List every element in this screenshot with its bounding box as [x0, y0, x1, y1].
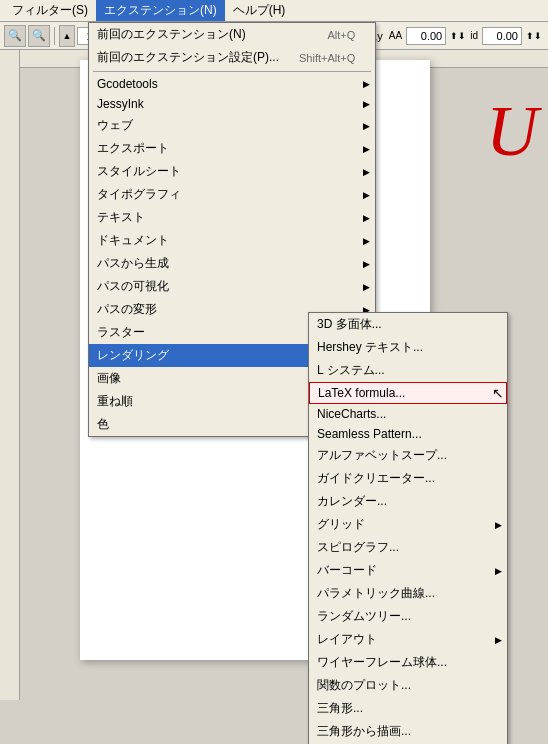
- menu-item-function-plot[interactable]: 関数のプロット...: [309, 674, 507, 697]
- menu-item-gcodetools[interactable]: Gcodetools: [89, 74, 375, 94]
- canvas-letter-u: U: [486, 90, 538, 173]
- menu-item-stylesheet[interactable]: スタイルシート: [89, 160, 375, 183]
- y-coord-input[interactable]: 0.00: [482, 27, 522, 45]
- x-coord-input[interactable]: 0.00: [406, 27, 446, 45]
- menu-item-calendar[interactable]: カレンダー...: [309, 490, 507, 513]
- sep1: [93, 71, 371, 72]
- menu-item-text[interactable]: テキスト: [89, 206, 375, 229]
- ruler-vertical: [0, 50, 20, 700]
- menu-item-export[interactable]: エクスポート: [89, 137, 375, 160]
- menu-filters[interactable]: フィルター(S): [4, 0, 96, 21]
- menu-item-triangle[interactable]: 三角形...: [309, 697, 507, 720]
- menu-item-prev-ext[interactable]: 前回のエクステンション(N) Alt+Q: [89, 23, 375, 46]
- menu-item-wireframe-sphere[interactable]: ワイヤーフレーム球体...: [309, 651, 507, 674]
- spin-arrows-x[interactable]: ⬆⬇: [450, 31, 466, 41]
- tool-btn1[interactable]: ▲: [59, 25, 75, 47]
- menu-item-triangle-draw[interactable]: 三角形から描画...: [309, 720, 507, 743]
- menu-item-prev-ext-settings[interactable]: 前回のエクステンション設定(P)... Shift+Alt+Q: [89, 46, 375, 69]
- aa-label: AA: [389, 30, 402, 41]
- zoom-in-btn[interactable]: 🔍: [4, 25, 26, 47]
- zoom-out-btn[interactable]: 🔍: [28, 25, 50, 47]
- menu-item-guide-creator[interactable]: ガイドクリエーター...: [309, 467, 507, 490]
- menu-item-document[interactable]: ドキュメント: [89, 229, 375, 252]
- menu-item-3d-polyhedron[interactable]: 3D 多面体...: [309, 313, 507, 336]
- menubar: フィルター(S) エクステンション(N) ヘルプ(H): [0, 0, 548, 22]
- menu-item-grid[interactable]: グリッド: [309, 513, 507, 536]
- menu-item-barcode[interactable]: バーコード: [309, 559, 507, 582]
- menu-item-path-visible[interactable]: パスの可視化: [89, 275, 375, 298]
- id-label: id: [470, 30, 478, 41]
- menu-item-layout[interactable]: レイアウト: [309, 628, 507, 651]
- spin-arrows-y[interactable]: ⬆⬇: [526, 31, 542, 41]
- menu-item-nice-charts[interactable]: NiceCharts...: [309, 404, 507, 424]
- menu-item-spirograph[interactable]: スピログラフ...: [309, 536, 507, 559]
- menu-item-from-path[interactable]: パスから生成: [89, 252, 375, 275]
- menu-extensions[interactable]: エクステンション(N): [96, 0, 225, 21]
- menu-help[interactable]: ヘルプ(H): [225, 0, 294, 21]
- menu-item-seamless-pattern[interactable]: Seamless Pattern...: [309, 424, 507, 444]
- menu-item-typography[interactable]: タイポグラフィ: [89, 183, 375, 206]
- menu-item-latex-formula[interactable]: LaTeX formula... ↖: [309, 382, 507, 404]
- menu-item-hershey-text[interactable]: Hershey テキスト...: [309, 336, 507, 359]
- menu-item-l-system[interactable]: L システム...: [309, 359, 507, 382]
- menu-item-alphabet-soup[interactable]: アルファベットスープ...: [309, 444, 507, 467]
- menu-item-random-tree[interactable]: ランダムツリー...: [309, 605, 507, 628]
- menu-item-parametric-curves[interactable]: パラメトリック曲線...: [309, 582, 507, 605]
- cursor-icon: ↖: [492, 385, 504, 401]
- menu-item-web[interactable]: ウェブ: [89, 114, 375, 137]
- rendering-submenu: 3D 多面体... Hershey テキスト... L システム... LaTe…: [308, 312, 508, 744]
- menu-item-jessyink[interactable]: JessyInk: [89, 94, 375, 114]
